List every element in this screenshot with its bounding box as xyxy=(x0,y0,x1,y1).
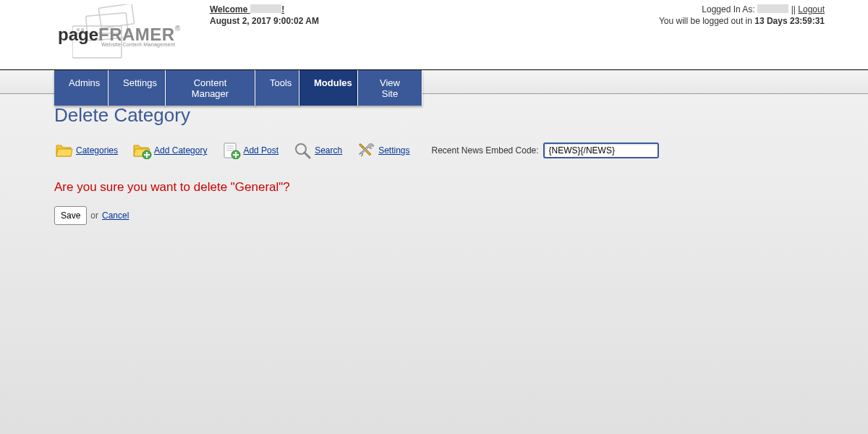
toolbar: Categories Add Category xyxy=(54,141,868,160)
page-title: Delete Category xyxy=(54,104,868,127)
separator: || xyxy=(788,4,798,14)
welcome-text: Welcome ! xyxy=(210,4,319,14)
nav-tab-view-site[interactable]: View Site xyxy=(357,70,422,106)
logout-timer-prefix: You will be logged out in xyxy=(659,16,754,26)
logo-reg: ® xyxy=(175,25,180,33)
logo-page-text: page xyxy=(58,25,98,44)
logged-in-user-redacted xyxy=(757,4,788,13)
toolbar-search[interactable]: Search xyxy=(293,141,342,160)
document-add-icon xyxy=(221,141,242,160)
logout-timer-value: 13 Days 23:59:31 xyxy=(754,16,825,26)
or-text: or xyxy=(90,210,98,221)
search-icon xyxy=(293,141,313,160)
add-post-link[interactable]: Add Post xyxy=(243,145,278,156)
save-button[interactable]: Save xyxy=(54,206,87,225)
logout-link[interactable]: Logout xyxy=(798,4,825,14)
search-link[interactable]: Search xyxy=(315,145,342,156)
nav-tab-settings[interactable]: Settings xyxy=(108,70,166,106)
nav-tab-admins[interactable]: Admins xyxy=(54,70,109,106)
cancel-link[interactable]: Cancel xyxy=(102,210,129,221)
settings-link[interactable]: Settings xyxy=(378,145,409,156)
embed-code-input[interactable] xyxy=(543,142,659,158)
nav-tab-tools[interactable]: Tools xyxy=(255,70,299,106)
current-date: August 2, 2017 9:00:02 AM xyxy=(210,16,319,26)
svg-line-13 xyxy=(305,153,310,158)
logged-in-as-label: Logged In As: xyxy=(702,4,757,14)
tools-icon xyxy=(357,141,377,160)
nav-tab-content-manager[interactable]: Content Manager xyxy=(165,70,255,106)
welcome-username-redacted xyxy=(250,4,281,13)
embed-code-label: Recent News Embed Code: xyxy=(432,145,539,156)
folder-icon xyxy=(54,141,75,160)
logo: pageFRAMER® Website Content Management xyxy=(58,4,181,62)
confirm-message: Are you sure you want to delete "General… xyxy=(54,180,868,195)
categories-link[interactable]: Categories xyxy=(76,145,118,156)
toolbar-settings[interactable]: Settings xyxy=(357,141,409,160)
toolbar-add-category[interactable]: Add Category xyxy=(132,141,207,160)
toolbar-add-post[interactable]: Add Post xyxy=(221,141,278,160)
logo-framer-text: FRAMER xyxy=(98,25,175,44)
add-category-link[interactable]: Add Category xyxy=(154,145,207,156)
nav-tab-modules[interactable]: Modules xyxy=(299,70,358,106)
folder-add-icon xyxy=(132,141,153,160)
logo-subtitle: Website Content Management xyxy=(101,42,180,47)
toolbar-categories[interactable]: Categories xyxy=(54,141,118,160)
